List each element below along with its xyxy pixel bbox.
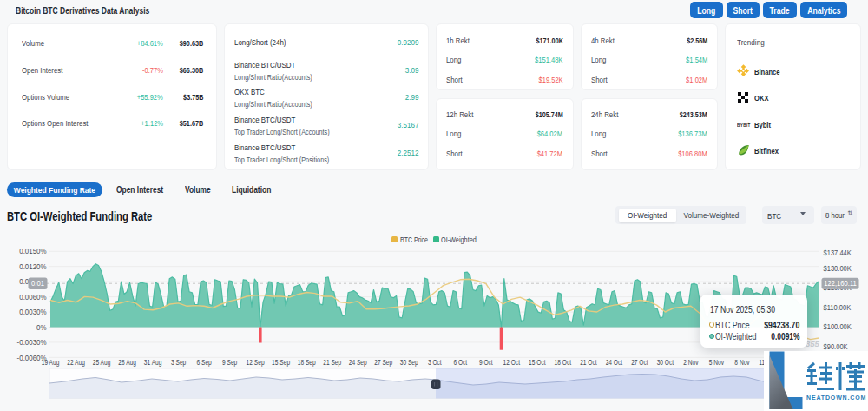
svg-text:24 Sep: 24 Sep <box>349 358 367 367</box>
svg-text:15 Sep: 15 Sep <box>272 358 290 367</box>
svg-text:12 Sep: 12 Sep <box>247 358 265 367</box>
svg-text:15 Oct: 15 Oct <box>529 358 546 367</box>
svg-text:$110.00K: $110.00K <box>824 302 852 312</box>
svg-text:3 Oct: 3 Oct <box>428 358 443 367</box>
svg-text:6 Oct: 6 Oct <box>453 358 468 367</box>
svg-text:0.01: 0.01 <box>31 280 44 288</box>
svg-text:3 Sep: 3 Sep <box>171 358 186 367</box>
svg-text:0%: 0% <box>36 322 47 332</box>
svg-text:0.0030%: 0.0030% <box>19 308 47 317</box>
svg-text:27 Sep: 27 Sep <box>374 358 392 367</box>
svg-text:24 Oct: 24 Oct <box>606 358 623 367</box>
svg-text:18 Sep: 18 Sep <box>298 358 316 367</box>
svg-text:12 Oct: 12 Oct <box>503 358 521 367</box>
svg-text:30 Sep: 30 Sep <box>400 358 418 367</box>
svg-text:122,160.11: 122,160.11 <box>824 280 857 288</box>
svg-text:25 Aug: 25 Aug <box>93 358 111 367</box>
svg-text:8 Nov: 8 Nov <box>734 358 749 367</box>
svg-text:27 Oct: 27 Oct <box>631 358 648 367</box>
svg-text:$90.00K: $90.00K <box>824 341 849 351</box>
svg-text:5 Nov: 5 Nov <box>709 358 724 367</box>
svg-text:9 Sep: 9 Sep <box>222 358 237 367</box>
svg-text:355: 355 <box>806 339 820 348</box>
svg-text:22 Aug: 22 Aug <box>67 358 85 367</box>
svg-text:2 Nov: 2 Nov <box>683 358 698 367</box>
svg-text:NEATDOWN.COM: NEATDOWN.COM <box>806 394 866 401</box>
svg-text:21 Sep: 21 Sep <box>323 358 341 367</box>
svg-text:0.0060%: 0.0060% <box>19 292 47 302</box>
svg-text:-0.0030%: -0.0030% <box>17 338 47 348</box>
svg-text:$137.44K: $137.44K <box>824 249 852 258</box>
svg-text:31 Aug: 31 Aug <box>144 358 162 367</box>
svg-text:$130.00K: $130.00K <box>824 263 852 273</box>
svg-text:30 Oct: 30 Oct <box>657 358 674 367</box>
svg-text:19 Aug: 19 Aug <box>42 358 60 367</box>
svg-text:0.0120%: 0.0120% <box>19 262 47 271</box>
svg-text:21 Oct: 21 Oct <box>580 358 597 367</box>
svg-text:$100.00K: $100.00K <box>824 322 852 331</box>
svg-text:6 Sep: 6 Sep <box>196 358 211 367</box>
svg-text:9 Oct: 9 Oct <box>479 358 494 367</box>
svg-text:0.0150%: 0.0150% <box>19 247 47 256</box>
svg-text:28 Aug: 28 Aug <box>118 358 136 367</box>
svg-text:18 Oct: 18 Oct <box>555 358 572 367</box>
